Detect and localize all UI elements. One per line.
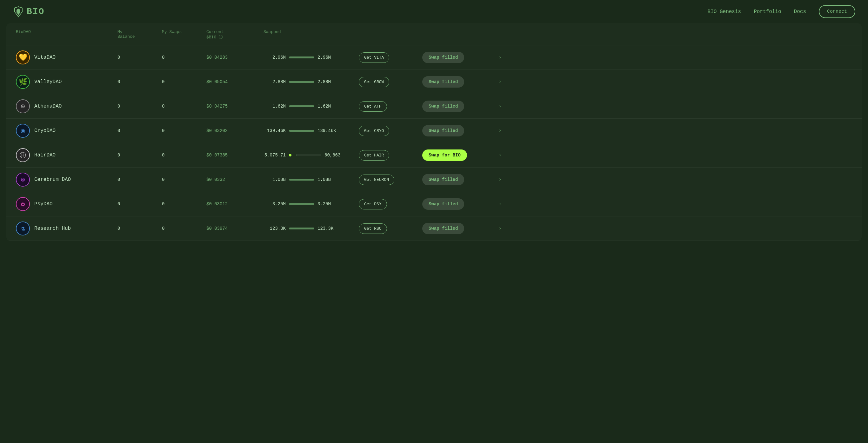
balance-vitadao: 0 <box>118 55 162 60</box>
swapped-cell-vitadao: 2.96M 2.96M <box>264 55 359 60</box>
progress-fill-hairdao <box>296 154 297 156</box>
get-button-psydao[interactable]: Get PSY <box>359 199 387 210</box>
table-row: ⊗ Cerebrum DAO 0 0 $0.0332 1.08B 1.08B G… <box>6 167 862 192</box>
swapped-cell-researchhub: 123.3K 123.3K <box>264 226 359 231</box>
get-button-hairdao[interactable]: Get HAIR <box>359 150 389 161</box>
chevron-cerebrumdao[interactable]: › <box>492 177 508 183</box>
chevron-valleydao[interactable]: › <box>492 79 508 85</box>
nav-portfolio[interactable]: Portfolio <box>754 9 781 14</box>
swap-button-valleydao[interactable]: Swap filled <box>422 76 464 88</box>
price-valleydao: $0.05054 <box>206 79 264 85</box>
col-my-balance: MyBalance <box>118 30 162 40</box>
get-button-cerebrumdao[interactable]: Get NEURON <box>359 175 394 185</box>
swapped-cell-athenadao: 1.62M 1.62M <box>264 104 359 109</box>
swap-btn-cell-cerebrumdao: Swap filled <box>422 174 492 185</box>
get-button-researchhub[interactable]: Get RSC <box>359 223 387 234</box>
table-row: 💛 VitaDAO 0 0 $0.04283 2.96M 2.96M Get V… <box>6 45 862 70</box>
amount-right-hairdao: 60,863 <box>324 153 347 158</box>
progress-bar-cryodao <box>289 130 314 132</box>
dao-cell-hairdao: Ⓗ HairDAO <box>16 148 118 162</box>
logo: BIO <box>13 6 44 18</box>
get-button-athenadao[interactable]: Get ATH <box>359 101 387 112</box>
swaps-cryodao: 0 <box>162 128 206 133</box>
table-row: 🌿 ValleyDAO 0 0 $0.05054 2.88M 2.88M Get… <box>6 70 862 94</box>
connect-button[interactable]: Connect <box>819 5 855 18</box>
progress-bar-cerebrumdao <box>289 179 314 181</box>
col-empty1 <box>359 30 422 40</box>
progress-fill-valleydao <box>289 81 314 83</box>
swaps-hairdao: 0 <box>162 153 206 158</box>
get-button-vitadao[interactable]: Get VITA <box>359 52 389 63</box>
price-cryodao: $0.03202 <box>206 128 264 133</box>
price-hairdao: $0.07385 <box>206 153 264 158</box>
balance-athenadao: 0 <box>118 104 162 109</box>
amount-left-researchhub: 123.3K <box>264 226 286 231</box>
amount-right-cryodao: 139.46K <box>317 128 340 133</box>
swap-button-cerebrumdao[interactable]: Swap filled <box>422 174 464 185</box>
amount-left-cerebrumdao: 1.08B <box>264 177 286 182</box>
swap-button-vitadao[interactable]: Swap filled <box>422 52 464 63</box>
swap-btn-cell-researchhub: Swap filled <box>422 223 492 234</box>
nav-bio-genesis[interactable]: BIO Genesis <box>708 9 741 14</box>
swapped-cell-hairdao: 5,075.71 60,863 <box>264 153 359 158</box>
swap-btn-cell-vitadao: Swap filled <box>422 52 492 63</box>
swapped-cell-cerebrumdao: 1.08B 1.08B <box>264 177 359 182</box>
progress-fill-vitadao <box>289 57 314 58</box>
chevron-cryodao[interactable]: › <box>492 128 508 134</box>
chevron-researchhub[interactable]: › <box>492 226 508 231</box>
dao-logo-cryodao: ◉ <box>16 124 30 138</box>
chevron-vitadao[interactable]: › <box>492 55 508 60</box>
swap-button-researchhub[interactable]: Swap filled <box>422 223 464 234</box>
progress-bar-valleydao <box>289 81 314 83</box>
get-button-valleydao[interactable]: Get GROW <box>359 77 389 87</box>
col-empty3 <box>492 30 508 40</box>
chevron-hairdao[interactable]: › <box>492 152 508 158</box>
dao-cell-valleydao: 🌿 ValleyDAO <box>16 75 118 89</box>
price-athenadao: $0.04275 <box>206 104 264 109</box>
chevron-athenadao[interactable]: › <box>492 103 508 109</box>
swapped-cell-valleydao: 2.88M 2.88M <box>264 79 359 85</box>
swap-button-psydao[interactable]: Swap filled <box>422 198 464 210</box>
dao-logo-researchhub: ⚗ <box>16 222 30 235</box>
get-btn-cell-cerebrumdao: Get NEURON <box>359 175 422 185</box>
dao-name-hairdao: HairDAO <box>34 152 56 158</box>
progress-fill-cerebrumdao <box>289 179 314 181</box>
swap-button-athenadao[interactable]: Swap filled <box>422 101 464 112</box>
table-row: ⊛ AthenaDAO 0 0 $0.04275 1.62M 1.62M Get… <box>6 94 862 119</box>
progress-bar-researchhub <box>289 227 314 229</box>
dao-logo-psydao: ✿ <box>16 197 30 211</box>
dao-cell-cerebrumdao: ⊗ Cerebrum DAO <box>16 172 118 187</box>
get-btn-cell-hairdao: Get HAIR <box>359 150 422 161</box>
main-nav: BIO Genesis Portfolio Docs Connect <box>708 5 855 18</box>
get-button-cryodao[interactable]: Get CRYO <box>359 126 389 136</box>
main-table-container: BioDAO MyBalance My Swaps Current$BIO ⓘ … <box>6 23 862 241</box>
get-btn-cell-vitadao: Get VITA <box>359 52 422 63</box>
col-empty2 <box>422 30 492 40</box>
dao-name-valleydao: ValleyDAO <box>34 79 62 85</box>
dao-name-athenadao: AthenaDAO <box>34 103 62 109</box>
dao-logo-cerebrumdao: ⊗ <box>16 172 30 187</box>
chevron-psydao[interactable]: › <box>492 201 508 207</box>
dao-name-researchhub: Research Hub <box>34 226 71 231</box>
amount-right-vitadao: 2.96M <box>317 55 340 60</box>
swaps-athenadao: 0 <box>162 104 206 109</box>
table-row: Ⓗ HairDAO 0 0 $0.07385 5,075.71 60,863 G… <box>6 143 862 167</box>
get-btn-cell-athenadao: Get ATH <box>359 101 422 112</box>
table-body: 💛 VitaDAO 0 0 $0.04283 2.96M 2.96M Get V… <box>6 45 862 241</box>
progress-bar-athenadao <box>289 105 314 107</box>
amount-right-valleydao: 2.88M <box>317 79 340 85</box>
dao-name-cryodao: CryoDAO <box>34 128 56 134</box>
swapped-cell-psydao: 3.25M 3.25M <box>264 201 359 207</box>
progress-fill-psydao <box>289 203 314 205</box>
swap-button-hairdao[interactable]: Swap for BIO <box>422 150 467 161</box>
dao-cell-athenadao: ⊛ AthenaDAO <box>16 99 118 113</box>
balance-hairdao: 0 <box>118 153 162 158</box>
nav-docs[interactable]: Docs <box>794 9 806 14</box>
header: BIO BIO Genesis Portfolio Docs Connect <box>0 0 868 23</box>
amount-left-athenadao: 1.62M <box>264 104 286 109</box>
dao-cell-researchhub: ⚗ Research Hub <box>16 222 118 235</box>
amount-left-cryodao: 139.46K <box>264 128 286 133</box>
price-vitadao: $0.04283 <box>206 55 264 60</box>
get-btn-cell-psydao: Get PSY <box>359 199 422 210</box>
swap-button-cryodao[interactable]: Swap filled <box>422 125 464 136</box>
